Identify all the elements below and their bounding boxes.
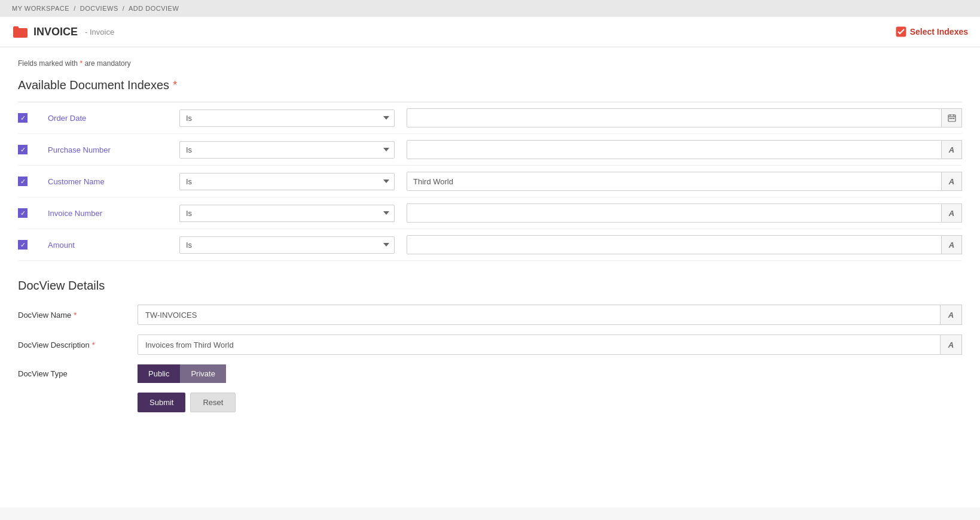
checkbox-cell-customer-name [18,177,36,186]
checkbox-cell-invoice-number [18,208,36,218]
label-amount: Amount [48,241,167,250]
description-input-wrapper: A [138,334,962,355]
mandatory-star: * [80,59,83,68]
operator-select-purchase-number[interactable]: Is Is Not Contains Starts With Ends With [179,141,395,159]
calendar-icon[interactable] [942,108,962,127]
page-title: INVOICE [33,26,78,38]
checkbox-purchase-number[interactable] [18,145,28,154]
index-row-order-date: Order Date Is Is Not Contains Starts Wit… [18,102,962,134]
select-indexes-button[interactable]: Select Indexes [896,26,968,37]
svg-rect-7 [953,118,954,119]
page-subtitle: - Invoice [85,28,114,37]
svg-rect-5 [950,118,951,119]
text-addon-invoice-number: A [942,203,962,223]
checkbox-cell-order-date [18,113,36,123]
operator-amount: Is Is Not Contains Starts With Ends With [179,236,395,254]
checkbox-amount[interactable] [18,240,28,250]
checkbox-order-date[interactable] [18,113,28,123]
index-row-amount: Amount Is Is Not Contains Starts With En… [18,229,962,261]
form-row-type: DocView Type Public Private [18,364,962,383]
breadcrumb-my-workspace[interactable]: MY WORKSPACE [12,5,69,12]
value-input-invoice-number[interactable] [407,203,942,223]
mandatory-note: Fields marked with * are mandatory [18,59,962,68]
label-order-date: Order Date [48,114,167,123]
header: INVOICE - Invoice Select Indexes [0,17,980,47]
value-input-customer-name[interactable] [407,172,942,191]
type-buttons: Public Private [138,364,226,383]
operator-invoice-number: Is Is Not Contains Starts With Ends With [179,205,395,222]
index-row-purchase-number: Purchase Number Is Is Not Contains Start… [18,134,962,166]
main-content: Fields marked with * are mandatory Avail… [0,47,980,507]
operator-purchase-number: Is Is Not Contains Starts With Ends With [179,141,395,159]
name-addon: A [941,305,962,325]
value-input-amount[interactable] [407,235,942,254]
value-input-order-date[interactable] [407,108,942,127]
docview-name-input[interactable] [138,305,941,325]
header-left: INVOICE - Invoice [12,25,114,38]
operator-select-order-date[interactable]: Is Is Not Contains Starts With Ends With [179,110,395,127]
checkbox-cell-purchase-number [18,145,36,154]
type-label: DocView Type [18,369,138,378]
checkbox-customer-name[interactable] [18,177,28,186]
text-addon-customer-name: A [942,172,962,191]
operator-select-customer-name[interactable]: Is Is Not Contains Starts With Ends With [179,173,395,190]
form-row-name: DocView Name * A [18,305,962,325]
value-cell-customer-name: A [407,172,962,191]
action-buttons: Submit Reset [138,393,962,412]
breadcrumb-docviews[interactable]: DOCVIEWS [80,5,118,12]
text-addon-purchase-number: A [942,140,962,159]
index-row-customer-name: Customer Name Is Is Not Contains Starts … [18,166,962,197]
label-purchase-number: Purchase Number [48,145,167,154]
label-invoice-number: Invoice Number [48,209,167,218]
value-cell-order-date [407,108,962,127]
docview-description-input[interactable] [138,334,941,355]
operator-order-date: Is Is Not Contains Starts With Ends With [179,110,395,127]
value-cell-purchase-number: A [407,140,962,159]
type-btn-private[interactable]: Private [180,364,225,383]
required-star: * [173,79,177,92]
available-indexes-title: Available Document Indexes * [18,78,962,92]
description-label: DocView Description * [18,340,138,349]
docview-details-title: DocView Details [18,279,962,293]
value-cell-invoice-number: A [407,203,962,223]
breadcrumb-add-docview: ADD DOCVIEW [129,5,179,12]
description-addon: A [941,334,962,355]
operator-select-invoice-number[interactable]: Is Is Not Contains Starts With Ends With [179,205,395,222]
text-addon-amount: A [942,235,962,254]
checkbox-icon [896,26,906,37]
value-input-purchase-number[interactable] [407,140,942,159]
operator-customer-name: Is Is Not Contains Starts With Ends With [179,173,395,190]
folder-icon [12,25,29,38]
form-row-description: DocView Description * A [18,334,962,355]
description-star: * [92,340,95,349]
checkbox-cell-amount [18,240,36,250]
name-star: * [74,311,77,320]
svg-rect-6 [951,118,952,119]
type-btn-public[interactable]: Public [138,364,180,383]
select-indexes-label: Select Indexes [910,27,968,37]
value-cell-amount: A [407,235,962,254]
reset-button[interactable]: Reset [190,393,236,412]
checkbox-invoice-number[interactable] [18,208,28,218]
indexes-table: Order Date Is Is Not Contains Starts Wit… [18,102,962,261]
label-customer-name: Customer Name [48,177,167,186]
index-row-invoice-number: Invoice Number Is Is Not Contains Starts… [18,197,962,229]
operator-select-amount[interactable]: Is Is Not Contains Starts With Ends With [179,236,395,254]
name-input-wrapper: A [138,305,962,325]
breadcrumb: MY WORKSPACE / DOCVIEWS / ADD DOCVIEW [0,0,980,17]
submit-button[interactable]: Submit [138,393,185,412]
name-label: DocView Name * [18,311,138,320]
